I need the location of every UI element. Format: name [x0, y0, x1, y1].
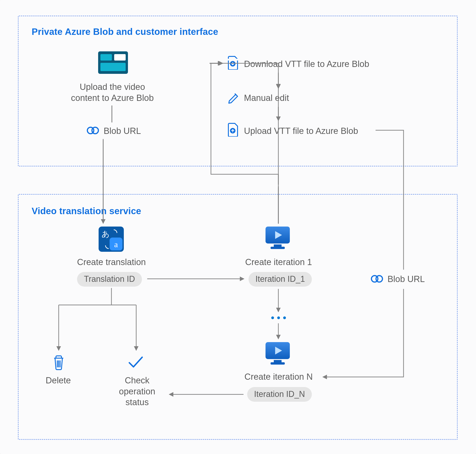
download-file-icon: [227, 56, 238, 70]
download-vtt-text: Download VTT file to Azure Blob: [244, 59, 369, 70]
upload-text: Upload the video content to Azure Blob: [64, 82, 160, 103]
svg-rect-16: [274, 360, 282, 362]
svg-line-22: [206, 181, 282, 186]
link-icon: [86, 125, 100, 136]
monitor-play-icon-n: [265, 342, 290, 365]
create-itern-text: Create iteration N: [238, 371, 319, 382]
upload-file-icon: [227, 123, 238, 137]
section-top-title: Private Azure Blob and customer interfac…: [32, 27, 218, 37]
translation-id-pill: Translation ID: [77, 272, 142, 287]
create-iter1-text: Create iteration 1: [238, 257, 319, 268]
svg-rect-14: [271, 247, 285, 249]
manual-edit-text: Manual edit: [244, 93, 289, 104]
link-icon-2: [370, 273, 384, 284]
section-bottom-title: Video translation service: [32, 206, 141, 216]
iter1-id-pill: Iteration ID_1: [249, 272, 312, 287]
itern-id-pill: Iteration ID_N: [247, 387, 312, 402]
svg-rect-13: [274, 244, 282, 247]
svg-rect-17: [271, 362, 285, 364]
svg-rect-3: [100, 63, 126, 71]
svg-text:a: a: [114, 240, 118, 249]
svg-rect-1: [100, 54, 112, 61]
svg-rect-2: [114, 54, 126, 61]
ellipsis-icon: [271, 317, 286, 319]
blob-url-top: Blob URL: [104, 126, 141, 137]
blob-url-bottom: Blob URL: [387, 274, 425, 285]
section-bottom: [18, 194, 458, 440]
diagram-canvas: Private Azure Blob and customer interfac…: [0, 0, 476, 454]
translate-icon: あ a: [98, 227, 124, 252]
pencil-icon: [227, 91, 240, 104]
check-icon: [128, 355, 144, 370]
check-status-text: Check operation status: [110, 375, 165, 408]
svg-text:あ: あ: [102, 230, 110, 238]
svg-point-5: [92, 127, 98, 134]
monitor-play-icon-1: [265, 226, 290, 250]
media-icon: [98, 51, 128, 74]
svg-point-19: [376, 276, 382, 282]
delete-text: Delete: [40, 375, 76, 386]
trash-icon: [51, 354, 66, 371]
upload-vtt-text: Upload VTT file to Azure Blob: [244, 126, 358, 137]
create-translation-text: Create translation: [68, 257, 155, 268]
